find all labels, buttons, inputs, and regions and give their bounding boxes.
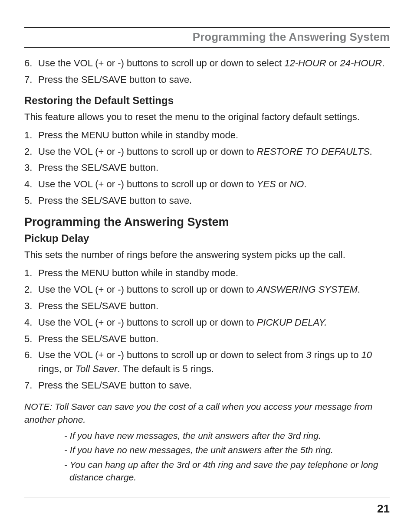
list-item: 2. Use the VOL (+ or -) buttons to scrol… [24, 283, 390, 297]
list-text: Press the SEL/SAVE button. [38, 299, 390, 313]
list-item: 7. Press the SEL/SAVE button to save. [24, 379, 390, 392]
list-number: 4. [24, 177, 38, 191]
list-number: 5. [24, 332, 38, 346]
list-number: 4. [24, 316, 38, 330]
list-number: 2. [24, 283, 38, 297]
sub-note: - If you have new messages, the unit ans… [64, 429, 390, 442]
page-number: 21 [377, 502, 390, 516]
list-item: 4. Use the VOL (+ or -) buttons to scrol… [24, 316, 390, 330]
list-item: 6. Use the VOL (+ or -) buttons to scrol… [24, 348, 390, 376]
list-number: 1. [24, 266, 38, 280]
sub-note: - If you have no new messages, the unit … [64, 444, 390, 456]
intro-list: 6. Use the VOL (+ or -) buttons to scrol… [24, 56, 390, 87]
list-number: 6. [24, 348, 38, 376]
list-text: Press the SEL/SAVE button to save. [38, 194, 390, 208]
section-heading-restore: Restoring the Default Settings [24, 95, 390, 107]
list-text: Press the SEL/SAVE button to save. [38, 73, 390, 87]
pickup-list: 1. Press the MENU button while in standb… [24, 266, 390, 392]
list-text: Use the VOL (+ or -) buttons to scroll u… [38, 283, 390, 297]
list-number: 3. [24, 161, 38, 175]
list-number: 2. [24, 145, 38, 159]
restore-list: 1. Press the MENU button while in standb… [24, 128, 390, 208]
list-item: 3. Press the SEL/SAVE button. [24, 161, 390, 175]
page: Programming the Answering System 6. Use … [0, 0, 414, 532]
section-heading-programming: Programming the Answering System [24, 215, 390, 229]
list-text: Use the VOL (+ or -) buttons to scroll u… [38, 145, 390, 159]
list-text: Press the SEL/SAVE button. [38, 332, 390, 346]
list-item: 5. Press the SEL/SAVE button to save. [24, 194, 390, 208]
list-text: Use the VOL (+ or -) buttons to scroll u… [38, 56, 390, 70]
list-item: 7. Press the SEL/SAVE button to save. [24, 73, 390, 87]
list-number: 6. [24, 56, 38, 70]
list-text: Press the MENU button while in standby m… [38, 266, 390, 280]
footer-rule [24, 497, 390, 497]
list-text: Use the VOL (+ or -) buttons to scroll u… [38, 177, 390, 191]
list-item: 1. Press the MENU button while in standb… [24, 128, 390, 142]
list-text: Press the MENU button while in standby m… [38, 128, 390, 142]
header-rule-bottom [24, 47, 390, 48]
section-subheading-pickup: Pickup Delay [24, 232, 390, 245]
list-text: Press the SEL/SAVE button. [38, 161, 390, 175]
list-number: 3. [24, 299, 38, 313]
list-item: 5. Press the SEL/SAVE button. [24, 332, 390, 346]
list-item: 2. Use the VOL (+ or -) buttons to scrol… [24, 145, 390, 159]
list-text: Use the VOL (+ or -) buttons to scroll u… [38, 348, 390, 376]
list-item: 3. Press the SEL/SAVE button. [24, 299, 390, 313]
list-number: 5. [24, 194, 38, 208]
list-item: 1. Press the MENU button while in standb… [24, 266, 390, 280]
section-para-pickup: This sets the number of rings before the… [24, 248, 390, 262]
note-text: NOTE: Toll Saver can save you the cost o… [24, 400, 390, 426]
sub-note: - You can hang up after the 3rd or 4th r… [64, 458, 390, 484]
list-text: Use the VOL (+ or -) buttons to scroll u… [38, 316, 390, 330]
header-title: Programming the Answering System [24, 28, 390, 47]
section-para-restore: This feature allows you to reset the men… [24, 110, 390, 124]
list-number: 7. [24, 379, 38, 392]
list-number: 1. [24, 128, 38, 142]
list-item: 4. Use the VOL (+ or -) buttons to scrol… [24, 177, 390, 191]
list-text: Press the SEL/SAVE button to save. [38, 379, 390, 392]
list-number: 7. [24, 73, 38, 87]
list-item: 6. Use the VOL (+ or -) buttons to scrol… [24, 56, 390, 70]
